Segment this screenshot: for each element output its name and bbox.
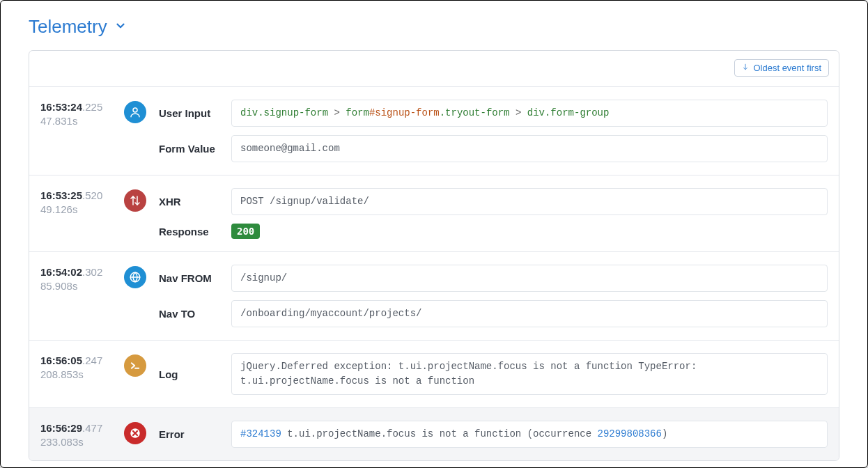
- field-value: someone@gmail.com: [231, 135, 828, 162]
- svg-point-1: [133, 108, 137, 112]
- section-title: Telemetry: [29, 16, 107, 38]
- event-field: Nav FROM/signup/: [159, 265, 828, 292]
- xhr-icon: [124, 189, 146, 212]
- sort-order-label: Oldest event first: [753, 63, 821, 73]
- event-body: User Inputdiv.signup-form > form#signup-…: [159, 100, 828, 162]
- field-value: /signup/: [231, 265, 828, 292]
- event-icon-col: [124, 188, 159, 239]
- time-offset: 47.831s: [40, 115, 124, 127]
- status-badge: 200: [231, 224, 260, 239]
- error-id-link[interactable]: #324139: [240, 428, 281, 439]
- field-label: User Input: [159, 107, 231, 119]
- field-label: XHR: [159, 196, 231, 208]
- event-timestamp: 16:56:05.247208.853s: [40, 353, 124, 395]
- field-label: Form Value: [159, 143, 231, 155]
- event-row[interactable]: 16:54:02.30285.908sNav FROM/signup/Nav T…: [29, 252, 839, 341]
- event-row[interactable]: 16:53:25.52049.126sXHRPOST /signup/valid…: [29, 176, 839, 252]
- event-body: Error#324139 t.ui.projectName.focus is n…: [159, 421, 828, 448]
- event-field: LogjQuery.Deferred exception: t.ui.proje…: [159, 353, 828, 395]
- panel-toolbar: Oldest event first: [29, 51, 839, 87]
- occurrence-link[interactable]: 29299808366: [598, 428, 662, 439]
- event-field: User Inputdiv.signup-form > form#signup-…: [159, 100, 828, 127]
- event-timestamp: 16:53:24.22547.831s: [40, 100, 124, 162]
- event-field: Nav TO/onboarding/myaccount/projects/: [159, 300, 828, 327]
- sort-order-button[interactable]: Oldest event first: [734, 59, 829, 77]
- field-value: jQuery.Deferred exception: t.ui.projectN…: [231, 353, 828, 395]
- time-ms: .477: [82, 422, 102, 434]
- event-icon-col: [124, 265, 159, 327]
- event-body: LogjQuery.Deferred exception: t.ui.proje…: [159, 353, 828, 395]
- time-offset: 208.853s: [40, 368, 124, 380]
- field-value: #324139 t.ui.projectName.focus is not a …: [231, 421, 828, 448]
- event-row[interactable]: 16:56:29.477233.083sError#324139 t.ui.pr…: [29, 408, 839, 460]
- field-label: Nav FROM: [159, 272, 231, 284]
- event-body: Nav FROM/signup/Nav TO/onboarding/myacco…: [159, 265, 828, 327]
- time-main: 16:56:29: [40, 422, 82, 434]
- field-label: Error: [159, 428, 231, 440]
- user-icon: [124, 101, 146, 123]
- event-row[interactable]: 16:53:24.22547.831sUser Inputdiv.signup-…: [29, 87, 839, 176]
- event-icon-col: [124, 421, 159, 448]
- event-field: Form Valuesomeone@gmail.com: [159, 135, 828, 162]
- time-main: 16:53:25: [40, 189, 82, 201]
- event-timestamp: 16:54:02.30285.908s: [40, 265, 124, 327]
- event-timestamp: 16:53:25.52049.126s: [40, 188, 124, 239]
- time-offset: 233.083s: [40, 436, 124, 448]
- field-value: POST /signup/validate/: [231, 188, 828, 215]
- chevron-down-icon: [114, 20, 127, 35]
- event-body: XHRPOST /signup/validate/Response200: [159, 188, 828, 239]
- log-icon: [124, 354, 146, 377]
- time-offset: 49.126s: [40, 203, 124, 215]
- time-main: 16:53:24: [40, 101, 82, 113]
- event-field: Error#324139 t.ui.projectName.focus is n…: [159, 421, 828, 448]
- time-main: 16:54:02: [40, 266, 82, 278]
- time-main: 16:56:05: [40, 354, 82, 366]
- telemetry-panel: Telemetry Oldest event first 16:53:24.22…: [0, 0, 868, 468]
- event-field: XHRPOST /signup/validate/: [159, 188, 828, 215]
- arrow-down-icon: [742, 63, 749, 73]
- event-row[interactable]: 16:56:05.247208.853sLogjQuery.Deferred e…: [29, 341, 839, 408]
- events-list: 16:53:24.22547.831sUser Inputdiv.signup-…: [29, 87, 839, 460]
- time-ms: .247: [82, 354, 102, 366]
- field-value: 200: [231, 224, 260, 239]
- event-timestamp: 16:56:29.477233.083s: [40, 421, 124, 448]
- field-label: Nav TO: [159, 308, 231, 320]
- event-icon-col: [124, 353, 159, 395]
- time-ms: .302: [82, 266, 102, 278]
- event-field: Response200: [159, 224, 828, 239]
- field-value: /onboarding/myaccount/projects/: [231, 300, 828, 327]
- field-label: Response: [159, 226, 231, 237]
- time-ms: .225: [82, 101, 102, 113]
- error-icon: [124, 422, 146, 444]
- events-panel: Oldest event first 16:53:24.22547.831sUs…: [29, 50, 839, 461]
- globe-icon: [124, 266, 146, 288]
- event-icon-col: [124, 100, 159, 162]
- time-ms: .520: [82, 189, 102, 201]
- time-offset: 85.908s: [40, 280, 124, 292]
- field-value: div.signup-form > form#signup-form.tryou…: [231, 100, 828, 127]
- section-header[interactable]: Telemetry: [1, 12, 867, 50]
- field-label: Log: [159, 368, 231, 380]
